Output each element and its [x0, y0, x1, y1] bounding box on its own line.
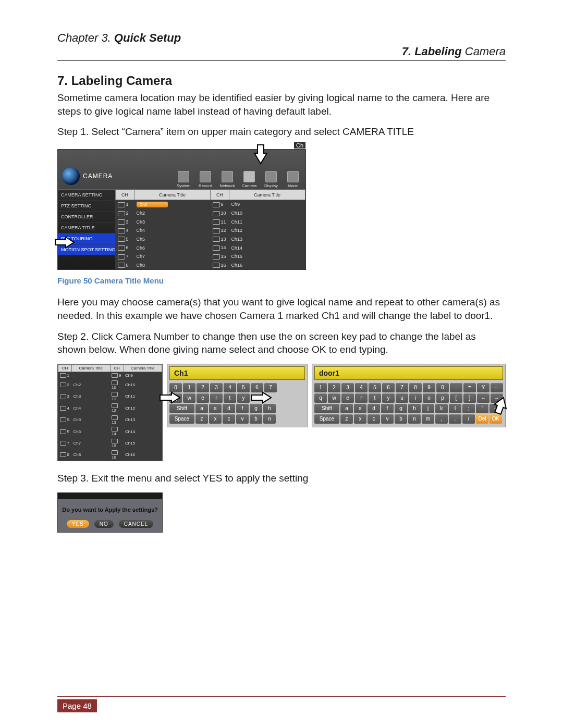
key-a[interactable]: a: [195, 404, 208, 413]
field-after[interactable]: door1: [314, 366, 503, 380]
title-cell[interactable]: Ch15: [229, 252, 305, 261]
key-b[interactable]: b: [395, 414, 407, 424]
title-cell[interactable]: Ch4: [72, 402, 111, 414]
title-cell[interactable]: Ch10: [124, 379, 162, 390]
title-cell[interactable]: Ch12: [124, 402, 162, 414]
field-before[interactable]: Ch1: [169, 366, 305, 380]
ch-cell[interactable]: 11: [110, 391, 124, 402]
key-l[interactable]: l: [449, 404, 461, 413]
apply-yes-button[interactable]: YES: [67, 520, 89, 528]
key-6[interactable]: 6: [251, 383, 263, 392]
key-0[interactable]: 0: [169, 383, 182, 392]
title-cell[interactable]: Ch11: [229, 218, 305, 227]
title-cell[interactable]: Ch9: [124, 372, 162, 379]
ch-cell[interactable]: 14: [110, 426, 124, 437]
ch-cell[interactable]: 4: [116, 226, 134, 235]
title-cell[interactable]: Ch10: [229, 209, 305, 218]
title-cell[interactable]: Ch14: [124, 426, 162, 437]
title-cell[interactable]: Ch9: [229, 200, 305, 209]
title-cell[interactable]: Ch8: [134, 261, 211, 270]
key-5[interactable]: 5: [369, 383, 381, 392]
ch-cell[interactable]: 16: [211, 261, 229, 270]
title-cell[interactable]: Ch14: [229, 243, 305, 252]
key-6[interactable]: 6: [382, 383, 395, 392]
key-n[interactable]: n: [263, 414, 276, 424]
title-cell[interactable]: Ch4: [134, 226, 211, 235]
key-=[interactable]: =: [463, 383, 476, 392]
key-←[interactable]: ←: [491, 383, 503, 392]
key-2[interactable]: 2: [328, 383, 340, 392]
title-cell[interactable]: Ch15: [124, 437, 162, 449]
key-n[interactable]: n: [408, 414, 421, 424]
key-b[interactable]: b: [250, 414, 262, 424]
ch-cell[interactable]: 5: [58, 414, 72, 425]
key-h[interactable]: h: [408, 404, 421, 413]
title-cell[interactable]: Ch1: [134, 200, 211, 209]
key-[[interactable]: [: [450, 393, 462, 403]
title-cell[interactable]: Ch3: [134, 218, 211, 227]
key-f[interactable]: f: [236, 404, 249, 413]
key-4[interactable]: 4: [355, 383, 368, 392]
title-cell[interactable]: Ch5: [134, 235, 211, 244]
key-,[interactable]: ,: [435, 414, 448, 424]
key-t[interactable]: t: [369, 393, 381, 403]
key-del[interactable]: Del: [476, 414, 488, 424]
key-8[interactable]: 8: [409, 383, 422, 392]
key-9[interactable]: 9: [423, 383, 435, 392]
key-y[interactable]: Y: [477, 383, 489, 392]
ch-cell[interactable]: 11: [211, 218, 229, 227]
title-cell[interactable]: Ch8: [72, 449, 111, 461]
ch-cell[interactable]: 16: [110, 449, 124, 461]
key-c[interactable]: c: [223, 414, 235, 424]
title-cell[interactable]: Ch13: [124, 414, 162, 425]
key-t[interactable]: t: [224, 393, 236, 403]
ch-cell[interactable]: 8: [116, 261, 134, 270]
key-q[interactable]: q: [314, 393, 327, 403]
key-o[interactable]: o: [423, 393, 435, 403]
key-w[interactable]: w: [183, 393, 195, 403]
ch-cell[interactable]: 15: [110, 437, 124, 449]
key-u[interactable]: u: [396, 393, 408, 403]
ch-cell[interactable]: 7: [58, 437, 72, 449]
title-cell[interactable]: Ch7: [134, 252, 211, 261]
key-shift[interactable]: Shift: [314, 404, 339, 413]
key-x[interactable]: x: [354, 414, 366, 424]
key-;[interactable]: ;: [462, 404, 475, 413]
key-r[interactable]: r: [210, 393, 223, 403]
ch-cell[interactable]: 15: [211, 252, 229, 261]
key-4[interactable]: 4: [224, 383, 236, 392]
sidebar-item-camera-title[interactable]: CAMERA TITLE: [58, 223, 115, 233]
key-space[interactable]: Space: [169, 414, 194, 424]
key-r[interactable]: r: [355, 393, 368, 403]
key-v[interactable]: v: [236, 414, 249, 424]
key-z[interactable]: z: [340, 414, 353, 424]
key-5[interactable]: 5: [237, 383, 250, 392]
key-/[interactable]: /: [462, 414, 475, 424]
key-w[interactable]: w: [328, 393, 340, 403]
ch-cell[interactable]: 3: [58, 391, 72, 402]
title-cell[interactable]: Ch5: [72, 414, 111, 425]
ch-cell[interactable]: 14: [211, 243, 229, 252]
nav-network[interactable]: Network: [218, 171, 237, 188]
key-m[interactable]: m: [422, 414, 434, 424]
ch-cell[interactable]: 9: [110, 372, 124, 379]
key-a[interactable]: a: [340, 404, 353, 413]
key-e[interactable]: e: [197, 393, 209, 403]
title-cell[interactable]: Ch6: [134, 243, 211, 252]
nav-alarm[interactable]: Alarm: [284, 171, 302, 188]
key-7[interactable]: 7: [396, 383, 408, 392]
ch-cell[interactable]: 13: [211, 235, 229, 244]
title-cell[interactable]: Ch16: [124, 449, 162, 461]
key-d[interactable]: d: [368, 404, 380, 413]
key-1[interactable]: 1: [183, 383, 195, 392]
ch-cell[interactable]: 7: [116, 252, 134, 261]
ch-cell[interactable]: 3: [116, 218, 134, 227]
ch-cell[interactable]: 6: [58, 426, 72, 437]
key-e[interactable]: e: [341, 393, 354, 403]
ch-cell[interactable]: 9: [211, 200, 229, 209]
title-cell[interactable]: [72, 372, 111, 379]
title-cell[interactable]: Ch11: [124, 391, 162, 402]
nav-camera[interactable]: Camera: [240, 171, 259, 188]
title-cell[interactable]: Ch2: [72, 379, 111, 390]
key-f[interactable]: f: [381, 404, 394, 413]
